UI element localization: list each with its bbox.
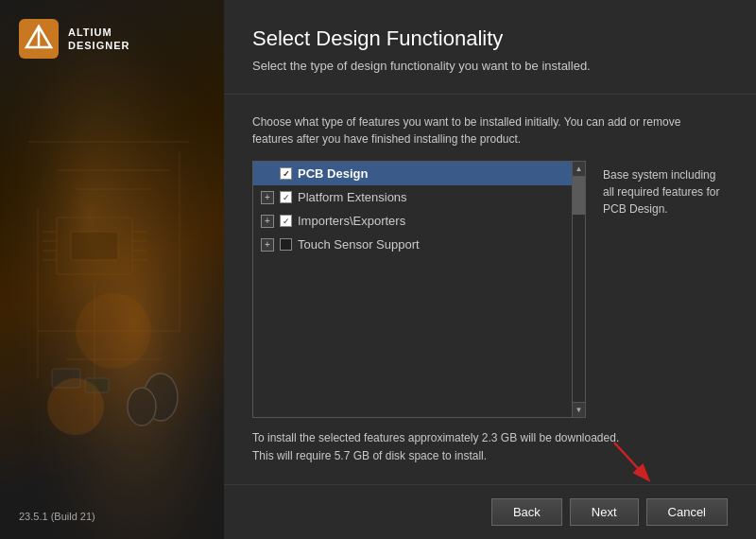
checkbox-pcb-design[interactable]: ✓	[280, 167, 292, 180]
feature-item-platform-extensions[interactable]: + ✓ Platform Extensions	[253, 185, 572, 209]
logo-area: ALTIUM DESIGNER	[19, 19, 129, 59]
feature-label-touch-sensor: Touch Sensor Support	[298, 237, 420, 252]
feature-item-importers-exporters[interactable]: + ✓ Importers\Exporters	[253, 209, 572, 233]
checkbox-importers-exporters[interactable]: ✓	[280, 215, 292, 227]
header-section: Select Design Functionality Select the t…	[224, 0, 756, 95]
svg-rect-1	[0, 0, 224, 539]
expand-btn-importers[interactable]: +	[261, 215, 274, 228]
footer-section: Back Next Cancel	[224, 484, 756, 539]
expand-btn-touch[interactable]: +	[261, 238, 274, 252]
cancel-button[interactable]: Cancel	[646, 498, 728, 526]
svg-rect-11	[71, 232, 118, 260]
left-panel: ALTIUM DESIGNER 23.5.1 (Build 21)	[0, 0, 224, 539]
install-line1: To install the selected features approxi…	[252, 429, 728, 447]
description-text: Choose what type of features you want to…	[252, 113, 728, 148]
version-label: 23.5.1 (Build 21)	[19, 511, 95, 522]
svg-point-25	[47, 378, 104, 435]
install-info: To install the selected features approxi…	[252, 429, 728, 465]
scrollbar[interactable]: ▲ ▼	[572, 162, 585, 417]
info-text: Base system including all required featu…	[603, 168, 719, 216]
altium-logo-icon	[19, 19, 59, 59]
page-subtitle: Select the type of design functionality …	[252, 59, 728, 73]
checkbox-touch-sensor[interactable]	[280, 238, 292, 251]
checkbox-platform-extensions[interactable]: ✓	[280, 191, 292, 203]
feature-label-pcb-design: PCB Design	[298, 166, 368, 181]
right-panel: Select Design Functionality Select the t…	[224, 0, 756, 539]
next-button[interactable]: Next	[570, 498, 639, 526]
scroll-down-btn[interactable]: ▼	[573, 402, 585, 417]
scroll-up-btn[interactable]: ▲	[573, 162, 585, 177]
feature-area: ✓ PCB Design + ✓ Platform Extensions + ✓…	[252, 161, 728, 418]
install-line2: This will require 5.7 GB of disk space t…	[252, 447, 728, 465]
feature-label-importers-exporters: Importers\Exporters	[298, 214, 405, 228]
expand-btn-platform[interactable]: +	[261, 191, 274, 204]
svg-point-21	[128, 388, 156, 426]
logo-text: ALTIUM DESIGNER	[68, 26, 129, 53]
scroll-track	[573, 177, 585, 402]
feature-list[interactable]: ✓ PCB Design + ✓ Platform Extensions + ✓…	[253, 162, 572, 417]
info-box: Base system including all required featu…	[595, 161, 728, 418]
svg-point-24	[76, 293, 151, 369]
back-button[interactable]: Back	[491, 498, 562, 526]
feature-item-pcb-design[interactable]: ✓ PCB Design	[253, 162, 572, 185]
scroll-thumb[interactable]	[573, 177, 585, 215]
circuit-decoration	[0, 0, 224, 539]
feature-label-platform-extensions: Platform Extensions	[298, 190, 407, 204]
content-section: Choose what type of features you want to…	[224, 95, 756, 484]
feature-item-touch-sensor[interactable]: + Touch Sensor Support	[253, 233, 572, 256]
page-title: Select Design Functionality	[252, 26, 728, 51]
feature-list-wrapper: ✓ PCB Design + ✓ Platform Extensions + ✓…	[252, 161, 586, 418]
